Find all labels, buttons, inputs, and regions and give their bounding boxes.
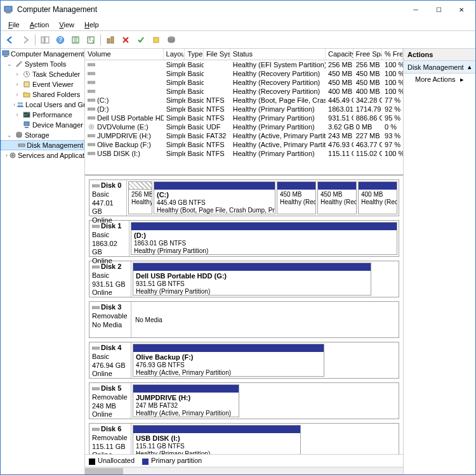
tree-task-scheduler[interactable]: ›Task Scheduler — [1, 69, 84, 79]
svg-point-56 — [93, 307, 94, 308]
properties-button[interactable] — [134, 33, 148, 47]
expand-icon[interactable]: › — [13, 112, 21, 118]
partition[interactable]: (D:)1863.01 GB NTFSHealthy (Primary Part… — [131, 222, 397, 255]
col-layout[interactable]: Layout — [164, 49, 185, 60]
volume-row[interactable]: SimpleBasicHealthy (Recovery Partition)4… — [85, 87, 403, 96]
col-capacity[interactable]: Capacity — [326, 49, 354, 60]
col-status[interactable]: Status — [230, 49, 326, 60]
disk-row[interactable]: Disk 1Basic1863.02 GBOnline(D:)1863.01 G… — [89, 220, 399, 257]
disk-partitions: No Media — [131, 302, 399, 337]
partition-header — [133, 344, 324, 352]
partition[interactable]: 450 MBHealthy (Recovery P — [317, 181, 357, 214]
maximize-button[interactable]: ☐ — [427, 2, 450, 17]
volume-list[interactable]: Volume Layout Type File System Status Ca… — [85, 49, 403, 176]
volume-row[interactable]: SimpleBasicHealthy (Recovery Partition)4… — [85, 69, 403, 78]
partition[interactable]: 256 MBHealthy (EFI Syste — [128, 181, 152, 214]
actions-more[interactable]: More Actions▸ — [404, 74, 475, 86]
col-type[interactable]: Type — [185, 49, 203, 60]
partition-header — [318, 182, 356, 190]
svg-point-17 — [18, 102, 20, 105]
wizard-button[interactable] — [149, 33, 163, 47]
tree-performance[interactable]: ›Performance — [1, 110, 84, 120]
partition-body: 450 MBHealthy (Recovery P — [318, 190, 356, 214]
expand-icon[interactable]: › — [6, 152, 8, 159]
disk-info: Disk 6Removable115.11 GBOnline — [89, 424, 131, 454]
menu-help[interactable]: Help — [79, 20, 104, 30]
settings-button[interactable] — [103, 33, 117, 47]
refresh-button[interactable] — [69, 33, 83, 47]
actions-section[interactable]: Disk Management▴ — [404, 61, 475, 74]
col-volume[interactable]: Volume — [85, 49, 164, 60]
expand-icon[interactable]: › — [13, 101, 15, 108]
volume-row[interactable]: Olive Backup (F:)SimpleBasicNTFSHealthy … — [85, 140, 403, 149]
minimize-button[interactable]: ─ — [404, 2, 427, 17]
actions-pane: Actions Disk Management▴ More Actions▸ — [404, 49, 475, 474]
svg-point-54 — [93, 266, 94, 268]
volume-row[interactable]: (D:)SimpleBasicNTFSHealthy (Primary Part… — [85, 105, 403, 114]
volume-row[interactable]: SimpleBasicHealthy (EFI System Partition… — [85, 60, 403, 69]
tree-system-tools[interactable]: ⌄System Tools — [1, 59, 84, 69]
partition[interactable]: USB DISK (I:)115.11 GB NTFSHealthy (Prim… — [133, 425, 301, 454]
tree-shared-folders[interactable]: ›Shared Folders — [1, 89, 84, 100]
partition[interactable]: Olive Backup (F:)476.93 GB NTFSHealthy (… — [133, 344, 324, 377]
tree-root[interactable]: Computer Management (Local — [1, 49, 84, 59]
menu-action[interactable]: Action — [25, 20, 55, 30]
expand-icon[interactable]: › — [13, 71, 21, 77]
forward-button[interactable] — [18, 33, 32, 47]
volume-row[interactable]: DVDVolume (E:)SimpleBasicUDFHealthy (Pri… — [85, 122, 403, 131]
volume-row[interactable]: SimpleBasicHealthy (Recovery Partition)4… — [85, 78, 403, 87]
collapse-icon[interactable]: ⌄ — [6, 61, 13, 67]
partition-body: 256 MBHealthy (EFI Syste — [129, 190, 152, 214]
delete-button[interactable] — [119, 33, 133, 47]
menu-file[interactable]: File — [3, 20, 25, 30]
col-percent-free[interactable]: % Free — [382, 49, 403, 60]
disk-row[interactable]: Disk 2Basic931.51 GBOnlineDell USB Porta… — [89, 261, 399, 297]
disk-icon — [18, 141, 25, 150]
chevron-up-icon: ▴ — [468, 63, 472, 71]
back-button[interactable] — [3, 33, 17, 47]
disk-partitions: Olive Backup (F:)476.93 GB NTFSHealthy (… — [131, 342, 399, 378]
close-button[interactable]: ✕ — [450, 2, 473, 17]
col-filesystem[interactable]: File System — [204, 49, 230, 60]
tree-storage[interactable]: ⌄Storage — [1, 130, 84, 140]
svg-point-32 — [88, 82, 89, 83]
partition[interactable]: 400 MBHealthy (Recovery P — [358, 181, 397, 214]
disk-row[interactable]: Disk 6Removable115.11 GBOnlineUSB DISK (… — [89, 423, 399, 454]
tree-disk-management[interactable]: Disk Management — [1, 140, 84, 150]
refresh2-button[interactable] — [84, 33, 98, 47]
horizontal-scrollbar[interactable] — [85, 467, 403, 474]
scrollbar-thumb[interactable] — [85, 468, 123, 474]
expand-icon[interactable]: › — [13, 91, 21, 98]
tree-local-users[interactable]: ›Local Users and Groups — [1, 100, 84, 110]
volume-row[interactable]: Dell USB Portable HDD (G:)SimpleBasicNTF… — [85, 114, 403, 122]
svg-point-34 — [88, 91, 89, 92]
partition[interactable]: JUMPDRIVE (H:)247 MB FAT32Healthy (Activ… — [133, 384, 239, 417]
disk-row[interactable]: Disk 0Basic447.01 GBOnline256 MBHealthy … — [89, 179, 399, 216]
disk-row[interactable]: Disk 5Removable248 MBOnlineJUMPDRIVE (H:… — [89, 382, 399, 419]
navigation-tree[interactable]: Computer Management (Local ⌄System Tools… — [1, 49, 85, 474]
disk-row[interactable]: Disk 4Basic476.94 GBOnlineOlive Backup (… — [89, 342, 399, 379]
volume-row[interactable]: (C:)SimpleBasicNTFSHealthy (Boot, Page F… — [85, 96, 403, 105]
expand-icon[interactable]: › — [13, 81, 21, 88]
volume-row[interactable]: USB DISK (I:)SimpleBasicNTFSHealthy (Pri… — [85, 149, 403, 158]
disk-diagram-area[interactable]: Disk 0Basic447.01 GBOnline256 MBHealthy … — [85, 176, 403, 454]
show-hide-tree-button[interactable] — [38, 33, 52, 47]
partition[interactable]: Dell USB Portable HDD (G:)931.51 GB NTFS… — [133, 263, 371, 296]
partition[interactable]: (C:)445.49 GB NTFSHealthy (Boot, Page Fi… — [154, 181, 275, 214]
collapse-icon[interactable]: ⌄ — [6, 132, 13, 138]
svg-rect-19 — [23, 112, 30, 117]
svg-point-58 — [93, 348, 94, 349]
tree-event-viewer[interactable]: ›Event Viewer — [1, 79, 84, 89]
volume-row[interactable]: JUMPDRIVE (H:)SimpleBasicFAT32Healthy (A… — [85, 131, 403, 140]
disk-row[interactable]: Disk 3RemovableNo MediaNo Media — [89, 301, 399, 338]
tree-device-manager[interactable]: Device Manager — [1, 120, 84, 130]
tree-services[interactable]: ›Services and Applications — [1, 150, 84, 160]
tree-label: Computer Management (Local — [11, 50, 85, 58]
menu-view[interactable]: View — [54, 20, 79, 30]
help-button[interactable]: ? — [53, 33, 67, 47]
disk-button[interactable] — [164, 33, 178, 47]
svg-point-24 — [20, 145, 21, 146]
menu-bar: File Action View Help — [1, 18, 475, 31]
col-freespace[interactable]: Free Space — [354, 49, 382, 60]
partition[interactable]: 450 MBHealthy (Recovery P — [277, 181, 316, 214]
